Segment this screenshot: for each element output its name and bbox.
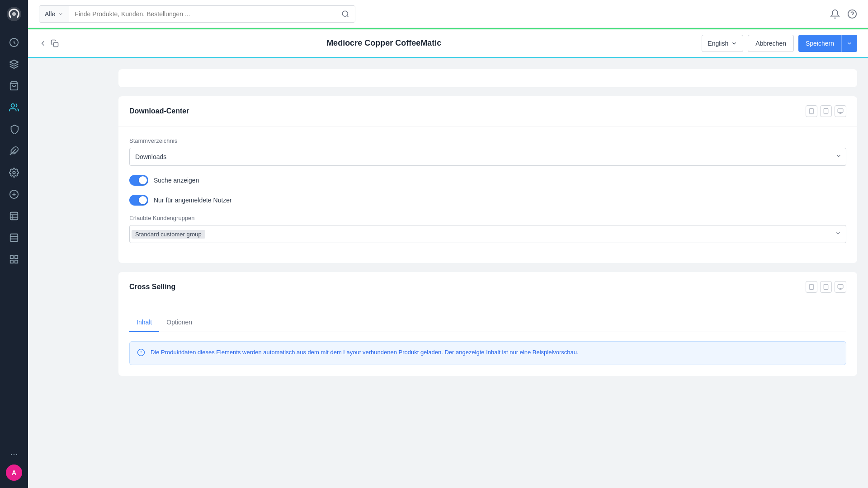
chevron-down-icon bbox=[846, 40, 853, 47]
save-dropdown-button[interactable] bbox=[841, 35, 857, 52]
page-header: Mediocre Copper CoffeeMatic English Abbr… bbox=[28, 29, 868, 58]
sidebar-nav bbox=[0, 28, 28, 449]
download-center-body: Stammverzeichnis Downloads bbox=[118, 127, 857, 263]
tab-optionen[interactable]: Optionen bbox=[159, 313, 199, 332]
cross-selling-header: Cross Selling bbox=[118, 272, 857, 302]
sidebar-avatar[interactable]: A bbox=[6, 465, 22, 481]
customer-group-tag: Standard customer group bbox=[132, 230, 205, 239]
cancel-button[interactable]: Abbrechen bbox=[748, 35, 794, 52]
stammverzeichnis-group: Stammverzeichnis Downloads bbox=[129, 137, 846, 166]
cross-selling-title: Cross Selling bbox=[129, 283, 175, 291]
kundengruppen-select[interactable]: Standard customer group bbox=[129, 225, 846, 243]
cross-view-tablet-icon[interactable] bbox=[820, 281, 832, 293]
svg-point-7 bbox=[13, 171, 15, 174]
mobile-icon bbox=[808, 284, 815, 290]
info-circle-icon bbox=[137, 348, 145, 358]
cross-view-mobile-icon[interactable] bbox=[806, 281, 817, 293]
tab-inhalt[interactable]: Inhalt bbox=[129, 313, 159, 332]
sidebar-item-marketing[interactable] bbox=[0, 118, 28, 140]
sidebar-more-dots[interactable]: ⋯ bbox=[10, 449, 18, 459]
copy-icon[interactable] bbox=[51, 39, 59, 47]
kundengruppen-label: Erlaubte Kundengruppen bbox=[129, 215, 846, 221]
tablet-icon bbox=[823, 108, 829, 114]
svg-point-4 bbox=[11, 104, 14, 107]
svg-rect-11 bbox=[10, 212, 18, 220]
page-header-nav bbox=[39, 39, 59, 47]
save-button-group: Speichern bbox=[798, 35, 857, 52]
sidebar-bottom: ⋯ A bbox=[6, 449, 22, 488]
sidebar-item-dashboard[interactable] bbox=[0, 32, 28, 53]
svg-rect-19 bbox=[15, 256, 18, 258]
sidebar-item-table1[interactable] bbox=[0, 205, 28, 227]
svg-rect-31 bbox=[838, 109, 843, 113]
sidebar-item-plugin[interactable] bbox=[0, 140, 28, 162]
svg-rect-26 bbox=[54, 42, 58, 47]
view-mobile-icon[interactable] bbox=[806, 105, 817, 117]
language-label: English bbox=[708, 40, 728, 47]
cross-selling-body: Inhalt Optionen Die Produktdaten dieses … bbox=[118, 302, 857, 376]
sidebar-item-add[interactable] bbox=[0, 183, 28, 205]
content-area: Download-Center Stammverzeichnis bbox=[28, 58, 868, 488]
suche-toggle-group: Suche anzeigen bbox=[129, 175, 846, 186]
svg-marker-2 bbox=[10, 60, 18, 64]
svg-rect-38 bbox=[838, 285, 843, 288]
page-header-actions: English Abbrechen Speichern bbox=[702, 35, 857, 52]
chevron-down-icon bbox=[58, 11, 63, 17]
top-card-partial bbox=[118, 69, 857, 87]
search-type-selector[interactable]: Alle bbox=[39, 6, 69, 22]
topbar: Alle bbox=[28, 0, 868, 28]
page-title: Mediocre Copper CoffeeMatic bbox=[66, 38, 702, 48]
info-text: Die Produktdaten dieses Elements werden … bbox=[151, 348, 579, 357]
mobile-icon bbox=[808, 108, 815, 114]
svg-point-22 bbox=[342, 11, 348, 16]
view-icons bbox=[806, 105, 846, 117]
desktop-icon bbox=[837, 108, 844, 114]
sidebar-item-settings[interactable] bbox=[0, 162, 28, 183]
sidebar-item-layers[interactable] bbox=[0, 53, 28, 75]
desktop-icon bbox=[837, 284, 844, 290]
search-input[interactable] bbox=[69, 6, 336, 22]
sidebar-item-products[interactable] bbox=[0, 75, 28, 97]
download-center-header: Download-Center bbox=[118, 96, 857, 127]
svg-rect-18 bbox=[10, 256, 13, 258]
cross-selling-view-icons bbox=[806, 281, 846, 293]
chevron-down-icon bbox=[731, 40, 737, 47]
main-wrapper: Alle Mediocre Copper CoffeeMatic English bbox=[28, 0, 868, 488]
search-button[interactable] bbox=[336, 6, 355, 22]
svg-line-23 bbox=[347, 15, 348, 17]
svg-rect-21 bbox=[15, 260, 18, 263]
sidebar: ⋯ A bbox=[0, 0, 28, 488]
search-icon bbox=[341, 10, 349, 18]
save-button[interactable]: Speichern bbox=[798, 35, 841, 52]
tag-select-arrow bbox=[835, 230, 841, 238]
suche-label: Suche anzeigen bbox=[154, 177, 199, 184]
stammverzeichnis-select[interactable]: Downloads bbox=[129, 148, 846, 166]
cross-selling-info-box: Die Produktdaten dieses Elements werden … bbox=[129, 341, 846, 365]
cross-selling-card: Cross Selling Inhalt Optionen bbox=[118, 272, 857, 376]
language-selector[interactable]: English bbox=[702, 35, 743, 52]
view-tablet-icon[interactable] bbox=[820, 105, 832, 117]
sidebar-logo[interactable] bbox=[0, 0, 28, 28]
sidebar-item-table3[interactable] bbox=[0, 249, 28, 270]
sidebar-item-users[interactable] bbox=[0, 97, 28, 118]
download-center-title: Download-Center bbox=[129, 107, 189, 115]
sidebar-item-table2[interactable] bbox=[0, 227, 28, 249]
view-desktop-icon[interactable] bbox=[835, 105, 846, 117]
kundengruppen-group: Erlaubte Kundengruppen Standard customer… bbox=[129, 215, 846, 243]
cross-selling-tabs: Inhalt Optionen bbox=[129, 313, 846, 332]
stammverzeichnis-select-wrapper: Downloads bbox=[129, 148, 846, 166]
nutzer-label: Nur für angemeldete Nutzer bbox=[154, 197, 232, 204]
svg-rect-20 bbox=[10, 260, 13, 263]
nutzer-toggle[interactable] bbox=[129, 195, 148, 206]
download-center-card: Download-Center Stammverzeichnis bbox=[118, 96, 857, 263]
nutzer-toggle-group: Nur für angemeldete Nutzer bbox=[129, 195, 846, 206]
stammverzeichnis-label: Stammverzeichnis bbox=[129, 137, 846, 144]
bell-icon[interactable] bbox=[830, 9, 840, 19]
svg-rect-15 bbox=[10, 234, 18, 242]
back-icon[interactable] bbox=[39, 39, 47, 47]
cross-view-desktop-icon[interactable] bbox=[835, 281, 846, 293]
help-circle-icon[interactable] bbox=[847, 9, 857, 19]
tablet-icon bbox=[823, 284, 829, 290]
suche-toggle[interactable] bbox=[129, 175, 148, 186]
search-type-label: Alle bbox=[45, 10, 55, 18]
